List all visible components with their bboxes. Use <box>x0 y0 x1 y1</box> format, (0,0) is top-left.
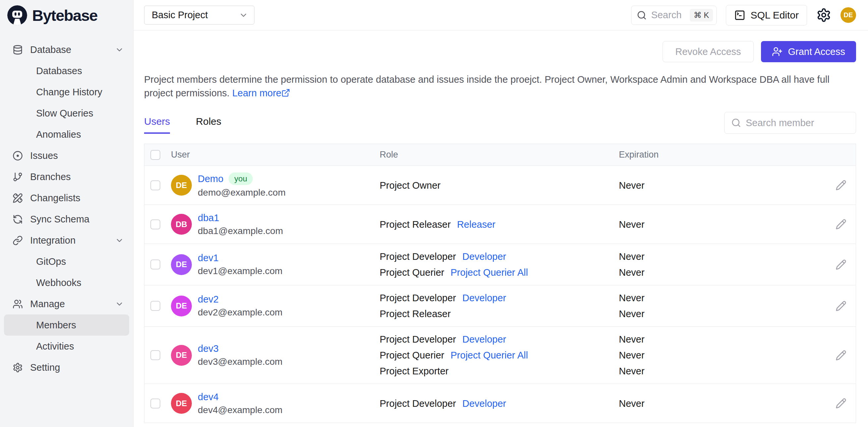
row-checkbox[interactable] <box>150 260 160 269</box>
brand-logo[interactable]: Bytebase <box>0 0 133 30</box>
grant-access-label: Grant Access <box>788 46 845 57</box>
sidebar-item-databases[interactable]: Databases <box>4 60 129 81</box>
sidebar-item-label: GitOps <box>36 256 66 267</box>
tab-users[interactable]: Users <box>144 116 170 134</box>
sidebar-item-database[interactable]: Database <box>4 39 129 60</box>
expiration-cell: NeverNever <box>619 249 826 281</box>
member-avatar: DB <box>171 214 192 235</box>
sidebar-item-label: Setting <box>30 362 60 373</box>
member-tabs: UsersRoles <box>144 116 221 134</box>
member-name-link[interactable]: Demo <box>198 173 223 185</box>
project-selector[interactable]: Basic Project <box>144 6 254 25</box>
role-link[interactable]: Developer <box>463 290 506 306</box>
revoke-access-button[interactable]: Revoke Access <box>662 41 753 62</box>
circle-dot-icon <box>12 151 23 161</box>
chevron-down-icon <box>115 300 124 308</box>
member-name-link[interactable]: dev1 <box>198 253 219 263</box>
sidebar-item-issues[interactable]: Issues <box>4 145 129 166</box>
role-line: Project DeveloperDeveloper <box>380 290 619 306</box>
sidebar-item-manage[interactable]: Manage <box>4 293 129 315</box>
member-name-link[interactable]: dev4 <box>198 392 219 402</box>
role-line: Project DeveloperDeveloper <box>380 249 619 264</box>
sidebar-item-label: Sync Schema <box>30 214 89 225</box>
sidebar-item-label: Integration <box>30 235 75 246</box>
member-name-link[interactable]: dev3 <box>198 343 219 354</box>
role-name: Project Developer <box>380 249 456 264</box>
expiration-value: Never <box>619 177 826 193</box>
settings-gear-icon[interactable] <box>816 8 831 23</box>
row-checkbox[interactable] <box>150 301 160 311</box>
select-all-checkbox[interactable] <box>150 150 160 160</box>
sidebar-item-label: Activities <box>36 341 74 352</box>
member-avatar: DE <box>171 175 192 196</box>
expiration-value: Never <box>619 249 826 264</box>
role-link[interactable]: Developer <box>463 396 506 412</box>
expiration-cell: Never <box>619 217 826 232</box>
project-selector-value: Basic Project <box>152 10 208 21</box>
column-header-user: User <box>171 150 380 160</box>
sidebar-item-activities[interactable]: Activities <box>4 336 129 357</box>
edit-member-pencil-icon[interactable] <box>836 259 846 270</box>
edit-member-pencil-icon[interactable] <box>836 219 846 230</box>
main-area: Basic Project ⌘ K SQL Editor DE <box>133 0 868 427</box>
edit-member-pencil-icon[interactable] <box>836 350 846 361</box>
sidebar-item-integration[interactable]: Integration <box>4 230 129 251</box>
row-checkbox[interactable] <box>150 180 160 190</box>
sidebar-item-label: Changelists <box>30 193 81 204</box>
role-cell: Project DeveloperDeveloper <box>380 396 619 412</box>
sidebar-item-changelists[interactable]: Changelists <box>4 187 129 208</box>
sidebar-item-sync-schema[interactable]: Sync Schema <box>4 208 129 230</box>
role-link[interactable]: Developer <box>463 331 506 347</box>
global-search-box[interactable]: ⌘ K <box>631 6 717 25</box>
role-name: Project Developer <box>380 396 456 412</box>
row-checkbox[interactable] <box>150 220 160 229</box>
sidebar-item-setting[interactable]: Setting <box>4 357 129 378</box>
sidebar-item-webhooks[interactable]: Webhooks <box>4 272 129 293</box>
expiration-value: Never <box>619 217 826 232</box>
sidebar-item-anomalies[interactable]: Anomalies <box>4 124 129 145</box>
sidebar-item-label: Manage <box>30 299 65 309</box>
settings-gear-icon <box>12 362 23 373</box>
role-link[interactable]: Developer <box>463 249 506 264</box>
learn-more-link[interactable]: Learn more <box>232 88 290 98</box>
expiration-value: Never <box>619 306 826 322</box>
role-cell: Project Owner <box>380 177 619 193</box>
member-name-link[interactable]: dba1 <box>198 212 219 223</box>
role-cell: Project DeveloperDeveloperProject Releas… <box>380 290 619 322</box>
sql-editor-label: SQL Editor <box>750 10 799 21</box>
user-cell: DE dev3 dev3@example.com <box>171 343 380 367</box>
chevron-down-icon <box>115 45 124 54</box>
member-search-box[interactable] <box>724 112 856 134</box>
role-line: Project Owner <box>380 177 619 193</box>
edit-member-pencil-icon[interactable] <box>836 301 846 311</box>
role-name: Project Developer <box>380 290 456 306</box>
role-cell: Project DeveloperDeveloperProject Querie… <box>380 331 619 379</box>
member-search-input[interactable] <box>746 118 852 128</box>
role-link[interactable]: Project Querier All <box>451 264 528 281</box>
row-checkbox[interactable] <box>150 350 160 360</box>
role-link[interactable]: Project Querier All <box>451 347 528 363</box>
row-checkbox[interactable] <box>150 398 160 408</box>
global-search-input[interactable] <box>651 10 685 21</box>
edit-member-pencil-icon[interactable] <box>836 398 846 409</box>
sidebar-item-branches[interactable]: Branches <box>4 166 129 187</box>
expiration-cell: Never <box>619 396 826 412</box>
sidebar-item-change-history[interactable]: Change History <box>4 81 129 103</box>
member-email: dev3@example.com <box>198 357 283 367</box>
role-name: Project Owner <box>380 177 441 193</box>
grant-access-button[interactable]: Grant Access <box>761 41 856 62</box>
user-avatar[interactable]: DE <box>840 7 856 23</box>
sql-editor-button[interactable]: SQL Editor <box>726 5 807 26</box>
role-link[interactable]: Releaser <box>457 217 495 232</box>
external-link-icon <box>281 87 290 96</box>
members-table-body: DE Demo you demo@example.com Project Own… <box>145 166 856 423</box>
tab-roles[interactable]: Roles <box>196 116 221 134</box>
sidebar-item-slow-queries[interactable]: Slow Queries <box>4 103 129 124</box>
member-email: demo@example.com <box>198 187 286 198</box>
edit-member-pencil-icon[interactable] <box>836 180 846 191</box>
refresh-icon <box>12 214 23 224</box>
member-name-link[interactable]: dev2 <box>198 294 219 305</box>
sidebar-item-gitops[interactable]: GitOps <box>4 251 129 272</box>
sidebar-item-members[interactable]: Members <box>4 315 129 336</box>
expiration-value: Never <box>619 264 826 281</box>
